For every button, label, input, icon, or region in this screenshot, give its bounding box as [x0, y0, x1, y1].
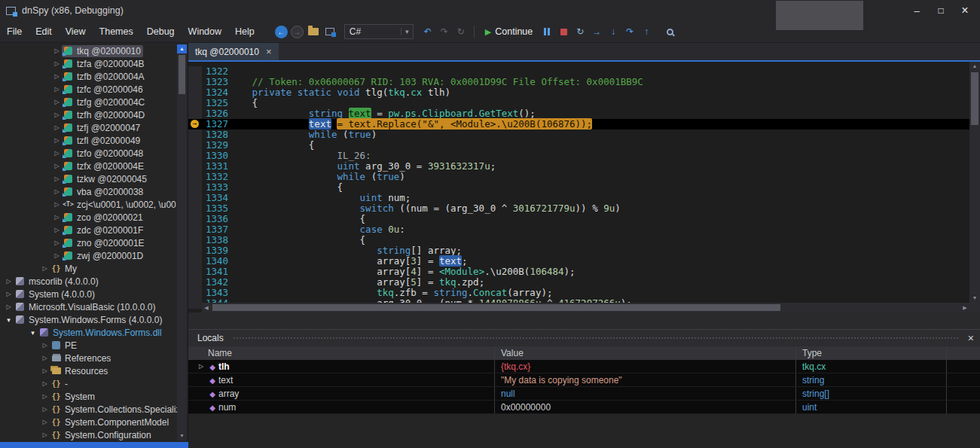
tree-item-label[interactable]: System.Configuration: [65, 430, 151, 440]
step-over-button[interactable]: [623, 25, 637, 38]
menu-item-debug[interactable]: Debug: [140, 26, 182, 37]
variable-value[interactable]: "My data is copying someone": [495, 373, 796, 386]
restart-button[interactable]: [573, 25, 587, 38]
code-line[interactable]: 1326 string text = pw.ps.Clipboard.GetTe…: [188, 108, 980, 119]
expand-arrow[interactable]: ▷: [40, 406, 50, 413]
glyph-margin[interactable]: [188, 298, 202, 309]
code-line[interactable]: 1327 text = text.Replace("&", <Module>.\…: [188, 119, 980, 130]
tree-item-label[interactable]: zno @0200001E: [77, 238, 145, 248]
tree-item[interactable]: ▷Resources: [0, 364, 188, 377]
tree-item[interactable]: ▷zcj<\u0001, \u0002, \u00: [0, 198, 188, 211]
expand-arrow[interactable]: ▷: [40, 380, 50, 387]
code-text[interactable]: uint arg_30_0 = 3931632317u;: [235, 161, 980, 172]
menu-item-edit[interactable]: Edit: [29, 26, 59, 37]
refresh-button[interactable]: [454, 25, 468, 38]
menu-item-themes[interactable]: Themes: [93, 26, 140, 37]
code-line[interactable]: 1324 private static void tlg(tkq.cx tlh): [188, 87, 980, 98]
glyph-margin[interactable]: [188, 140, 202, 151]
expand-arrow[interactable]: ▷: [40, 393, 50, 400]
tree-item[interactable]: ▷mscorlib (4.0.0.0): [0, 275, 188, 288]
expand-arrow[interactable]: ▷: [40, 367, 50, 374]
code-text[interactable]: {: [235, 214, 980, 224]
maximize-restore-button[interactable]: [929, 2, 953, 20]
open-file-button[interactable]: [307, 25, 320, 38]
glyph-margin[interactable]: [188, 87, 202, 98]
glyph-margin[interactable]: [188, 203, 202, 214]
tree-item[interactable]: ▷System.ComponentModel: [0, 416, 188, 428]
editor-horizontal-scrollbar[interactable]: ◀ ▶: [202, 303, 969, 312]
tree-item[interactable]: ▷tzfo @02000048: [0, 147, 188, 160]
code-line[interactable]: 1340 array[3] = text;: [188, 256, 980, 267]
expand-arrow[interactable]: ▷: [52, 111, 62, 118]
expand-arrow[interactable]: ▷: [52, 214, 62, 221]
expand-arrow[interactable]: ▷: [40, 431, 50, 438]
expand-arrow[interactable]: ▷: [40, 265, 50, 272]
locals-close-icon[interactable]: [968, 331, 974, 345]
tree-item-label[interactable]: System.Windows.Forms (4.0.0.0): [29, 315, 162, 325]
column-header-value[interactable]: Value: [495, 346, 796, 360]
tree-item[interactable]: ▷tzfl @02000049: [0, 134, 188, 147]
code-text[interactable]: array[3] = text;: [235, 256, 980, 267]
code-text[interactable]: {: [235, 182, 980, 193]
continue-button[interactable]: Continue: [485, 26, 533, 37]
locals-row[interactable]: arraynullstring[]: [188, 387, 980, 401]
tree-item-label[interactable]: zwj @0200001D: [77, 251, 143, 261]
tree-item-label[interactable]: tzfg @0200004C: [77, 97, 145, 108]
expand-arrow[interactable]: ▷: [52, 163, 62, 169]
expand-arrow[interactable]: ▷: [52, 188, 62, 195]
expand-arrow[interactable]: ▷: [4, 291, 14, 297]
glyph-margin[interactable]: [188, 151, 202, 161]
glyph-margin[interactable]: [188, 256, 202, 267]
glyph-margin[interactable]: [188, 235, 202, 245]
menu-item-window[interactable]: Window: [182, 26, 228, 37]
tree-item-label[interactable]: tkq @02000010: [77, 46, 141, 56]
expand-arrow[interactable]: ▷: [4, 278, 14, 285]
stop-debugging-button[interactable]: [557, 25, 570, 38]
tree-item[interactable]: ▷vba @02000038: [0, 185, 188, 198]
collapse-arrow[interactable]: ▾: [28, 329, 38, 337]
code-line[interactable]: 1339 string[] array;: [188, 245, 980, 256]
tab-tkq[interactable]: tkq @02000010: [188, 43, 279, 60]
expand-arrow[interactable]: ▷: [52, 150, 62, 157]
drag-grip[interactable]: [233, 337, 959, 340]
code-line[interactable]: 1330 IL_26:: [188, 151, 980, 161]
code-line[interactable]: 1331 uint arg_30_0 = 3931632317u;: [188, 161, 980, 172]
expand-arrow[interactable]: ▷: [40, 355, 50, 361]
collapse-arrow[interactable]: ▾: [4, 316, 14, 324]
tree-item[interactable]: ▷tzfx @0200004E: [0, 160, 188, 172]
code-text[interactable]: text = text.Replace("&", <Module>.\u200B…: [235, 119, 980, 130]
tree-scrollbar[interactable]: ▲ ▼: [177, 44, 187, 440]
scrollbar-thumb[interactable]: [212, 304, 780, 311]
show-next-statement-button[interactable]: [590, 25, 603, 38]
tree-item-label[interactable]: mscorlib (4.0.0.0): [29, 276, 99, 287]
code-line[interactable]: 1325 {: [188, 98, 980, 108]
tree-item[interactable]: ▷tzfg @0200004C: [0, 96, 188, 108]
code-text[interactable]: array[4] = <Module>.\u200B(106484);: [235, 267, 980, 277]
code-editor[interactable]: 13221323 // Token: 0x06000067 RID: 103 R…: [188, 62, 980, 312]
tree-item[interactable]: ▷zwj @0200001D: [0, 249, 188, 262]
code-line[interactable]: 1336 {: [188, 214, 980, 224]
glyph-margin[interactable]: [188, 161, 202, 172]
code-text[interactable]: array[5] = tkq.zpd;: [235, 277, 980, 288]
tree-item[interactable]: ▷System.Configuration: [0, 428, 188, 441]
glyph-margin[interactable]: [188, 108, 202, 119]
tree-item-label[interactable]: Resources: [65, 366, 108, 376]
redo-button[interactable]: [438, 25, 451, 38]
tree-item-label[interactable]: System: [65, 392, 95, 402]
code-text[interactable]: tkq.zfb = string.Concat(array);: [235, 288, 980, 298]
step-out-button[interactable]: [640, 25, 653, 38]
tree-item-label[interactable]: tzkw @02000045: [77, 174, 147, 184]
code-text[interactable]: private static void tlg(tkq.cx tlh): [235, 87, 980, 98]
glyph-margin[interactable]: [188, 77, 202, 87]
column-header-type[interactable]: Type: [796, 346, 947, 360]
tree-item[interactable]: ▷tkq @02000010: [0, 44, 188, 57]
tree-item[interactable]: ▷System.Collections.Specializ: [0, 403, 188, 416]
code-text[interactable]: {: [235, 98, 980, 108]
code-line[interactable]: 1323 // Token: 0x06000067 RID: 103 RVA: …: [188, 77, 980, 87]
tree-item[interactable]: ▷tzfa @0200004B: [0, 57, 188, 70]
glyph-margin[interactable]: [188, 182, 202, 193]
tree-item-label[interactable]: tzfb @0200004A: [77, 72, 145, 82]
scroll-up-arrow[interactable]: ▲: [969, 62, 980, 71]
expand-arrow[interactable]: ▷: [52, 99, 62, 105]
code-line[interactable]: 1341 array[4] = <Module>.\u200B(106484);: [188, 267, 980, 277]
